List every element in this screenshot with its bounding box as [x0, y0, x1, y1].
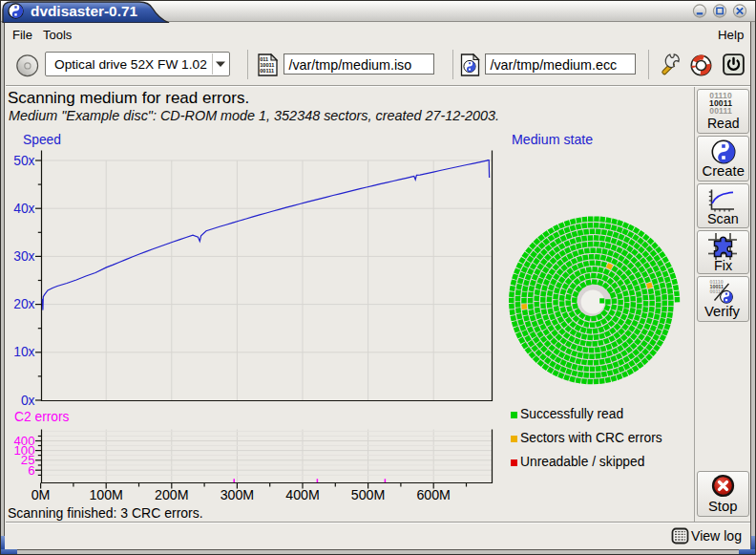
svg-text:300M: 300M	[220, 487, 255, 502]
svg-text:500M: 500M	[351, 487, 386, 502]
svg-text:30x: 30x	[13, 249, 34, 264]
svg-text:0M: 0M	[32, 487, 51, 502]
svg-text:100M: 100M	[89, 487, 123, 502]
svg-text:0x: 0x	[21, 394, 35, 408]
svg-text:10x: 10x	[13, 345, 34, 359]
svg-text:6: 6	[28, 463, 34, 478]
svg-text:600M: 600M	[416, 487, 451, 502]
svg-text:Speed: Speed	[23, 133, 61, 147]
svg-text:400M: 400M	[285, 487, 320, 502]
svg-text:00111: 00111	[260, 68, 274, 74]
svg-text:C2 errors: C2 errors	[14, 410, 70, 424]
svg-text:200M: 200M	[155, 487, 189, 502]
svg-text:50x: 50x	[13, 154, 34, 168]
svg-text:20x: 20x	[13, 297, 34, 311]
svg-text:40x: 40x	[13, 202, 34, 216]
